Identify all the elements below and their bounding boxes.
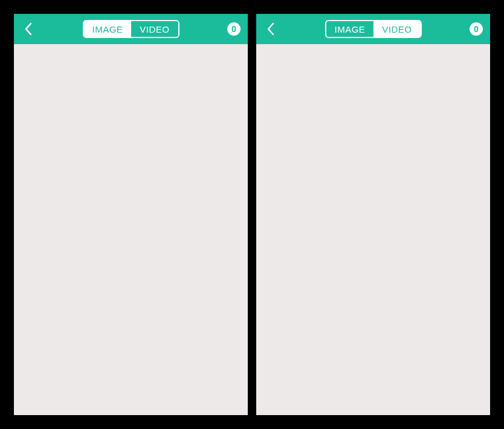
header: IMAGE VIDEO 0 — [14, 14, 248, 44]
count-value: 0 — [474, 24, 479, 34]
count-value: 0 — [231, 24, 236, 34]
header: IMAGE VIDEO 0 — [256, 14, 490, 44]
count-badge[interactable]: 0 — [227, 22, 241, 36]
back-button[interactable] — [21, 22, 36, 36]
count-badge[interactable]: 0 — [470, 22, 483, 36]
tab-image[interactable]: IMAGE — [83, 21, 131, 37]
content-area — [14, 44, 248, 415]
tab-image[interactable]: IMAGE — [326, 21, 373, 37]
tab-video[interactable]: VIDEO — [131, 21, 178, 37]
tab-video-label: VIDEO — [140, 25, 169, 34]
phone-screen-right: IMAGE VIDEO 0 — [256, 14, 490, 415]
segment-control: IMAGE VIDEO — [82, 20, 179, 38]
chevron-left-icon — [24, 22, 33, 36]
tab-video-label: VIDEO — [382, 25, 412, 34]
back-button[interactable] — [263, 22, 278, 36]
tab-image-label: IMAGE — [334, 25, 365, 34]
segment-control: IMAGE VIDEO — [325, 20, 421, 38]
tab-video[interactable]: VIDEO — [373, 21, 420, 37]
tab-image-label: IMAGE — [92, 25, 123, 34]
chevron-left-icon — [267, 22, 275, 36]
phone-screen-left: IMAGE VIDEO 0 — [14, 14, 248, 415]
content-area — [256, 44, 490, 415]
